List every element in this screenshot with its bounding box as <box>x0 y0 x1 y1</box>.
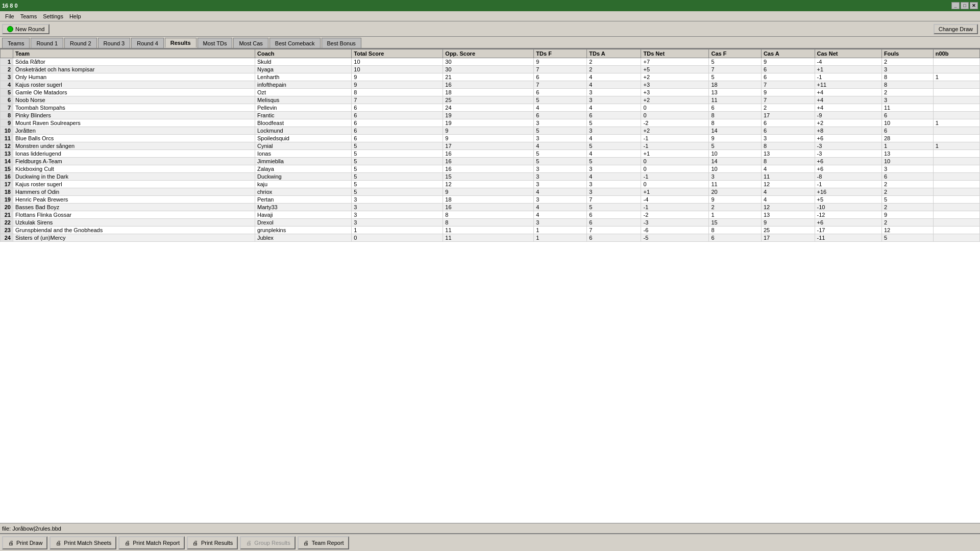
tab-round3[interactable]: Round 3 <box>98 38 131 48</box>
col-tdsnet[interactable]: TDs Net <box>641 49 709 58</box>
table-row[interactable]: 13Ionas lidderiugendIonas51654+11013-313 <box>1 150 980 158</box>
print-match-report-button[interactable]: 🖨 Print Match Report <box>118 536 185 549</box>
table-row[interactable]: 21Flottans Flinka GossarHavaji3846-2113-… <box>1 211 980 219</box>
table-row[interactable]: 19Henric Peak BrewersPertan31837-494+55 <box>1 196 980 204</box>
table-cell: Joråtten <box>13 127 255 135</box>
tab-bestcomeback[interactable]: Best Comeback <box>270 38 321 48</box>
table-cell: +2 <box>641 73 709 81</box>
menu-settings[interactable]: Settings <box>40 13 66 20</box>
table-cell: -4 <box>815 58 881 66</box>
print-results-button[interactable]: 🖨 Print Results <box>187 536 238 549</box>
table-cell: 0 <box>641 104 709 112</box>
table-cell: 6 <box>709 104 761 112</box>
table-row[interactable]: 14Fieldburgs A-TeamJimmieblla516550148+6… <box>1 158 980 165</box>
table-cell: +5 <box>815 196 881 204</box>
col-coach[interactable]: Coach <box>255 49 351 58</box>
col-oppscore[interactable]: Opp. Score <box>443 49 534 58</box>
table-cell: 5 <box>534 158 587 165</box>
table-cell: +2 <box>815 119 881 127</box>
menu-teams[interactable]: Teams <box>17 13 40 20</box>
col-casnet[interactable]: Cas Net <box>815 49 881 58</box>
table-row[interactable]: 8Pinky BlindersFrantic619660817-96 <box>1 112 980 119</box>
table-cell: 4 <box>761 188 815 196</box>
table-row[interactable]: 16Duckwing in the DarkDuckwing51534-1311… <box>1 173 980 181</box>
table-cell: 4 <box>534 188 587 196</box>
table-cell: Henric Peak Brewers <box>13 196 255 204</box>
col-tdsf[interactable]: TDs F <box>534 49 587 58</box>
table-cell: 9 <box>534 58 587 66</box>
table-cell: Jublex <box>255 234 351 242</box>
tab-mosttds[interactable]: Most TDs <box>198 38 233 48</box>
table-cell: 5 <box>1 89 13 96</box>
print-draw-button[interactable]: 🖨 Print Draw <box>2 536 47 549</box>
table-cell: 17 <box>1 181 13 188</box>
table-row[interactable]: 23Grunspbiendal and the Gnobheadsgrunple… <box>1 227 980 234</box>
table-row[interactable]: 24Sisters of (un)MercyJublex01116-5617-1… <box>1 234 980 242</box>
table-cell: 3 <box>534 165 587 173</box>
tab-bestbonus[interactable]: Best Bonus <box>322 38 361 48</box>
table-cell: 11 <box>1 135 13 142</box>
table-cell: 14 <box>1 158 13 165</box>
table-cell: 0 <box>641 158 709 165</box>
menu-help[interactable]: Help <box>66 13 84 20</box>
tab-results[interactable]: Results <box>165 38 197 48</box>
table-cell: 6 <box>761 73 815 81</box>
table-cell: 3 <box>587 165 641 173</box>
change-draw-button[interactable]: Change Draw <box>934 24 978 34</box>
col-team[interactable]: Team <box>13 49 255 58</box>
col-casf[interactable]: Cas F <box>709 49 761 58</box>
table-row[interactable]: 22Uzkulak SirensDrexol3836-3159+62 <box>1 219 980 227</box>
tab-mostcas[interactable]: Most Cas <box>233 38 268 48</box>
tab-round2[interactable]: Round 2 <box>64 38 97 48</box>
tab-teams[interactable]: Teams <box>2 38 30 48</box>
minimize-button[interactable]: _ <box>951 2 960 9</box>
menu-file[interactable]: File <box>2 13 17 20</box>
col-fouls[interactable]: Fouls <box>881 49 933 58</box>
table-cell: +2 <box>641 127 709 135</box>
table-row[interactable]: 15Kickboxing CultZalaya516330104+63 <box>1 165 980 173</box>
table-cell: +2 <box>641 96 709 104</box>
table-cell: -1 <box>641 173 709 181</box>
table-row[interactable]: 7Toombah StompahsPellevin62444062+411 <box>1 104 980 112</box>
col-totalscore[interactable]: Total Score <box>352 49 443 58</box>
print-match-sheets-button[interactable]: 🖨 Print Match Sheets <box>50 536 116 549</box>
table-row[interactable]: 18Hammers of Odinchriox5943+1204+162 <box>1 188 980 196</box>
table-cell: Melisqus <box>255 96 351 104</box>
table-row[interactable]: 2Önsketrädet och hans kompisarNyaga10307… <box>1 66 980 73</box>
table-cell: 8 <box>443 211 534 219</box>
table-cell: 2 <box>587 58 641 66</box>
tab-round4[interactable]: Round 4 <box>131 38 164 48</box>
maximize-button[interactable]: □ <box>961 2 969 9</box>
col-tdsa[interactable]: TDs A <box>587 49 641 58</box>
table-row[interactable]: 20Basses Bad BoyzMarty3331645-1212-102 <box>1 204 980 211</box>
col-casa[interactable]: Cas A <box>761 49 815 58</box>
table-cell: 7 <box>587 196 641 204</box>
table-row[interactable]: 11Blue Balls OrcsSpoiledsquid6934-193+62… <box>1 135 980 142</box>
table-cell: 1 <box>352 227 443 234</box>
col-n00b[interactable]: n00b <box>933 49 979 58</box>
team-report-button[interactable]: 🖨 Team Report <box>298 536 349 549</box>
table-row[interactable]: 5Gamle Ole MatadorsOzt81863+3139+42 <box>1 89 980 96</box>
title-bar-controls[interactable]: _ □ ✕ <box>951 2 978 9</box>
table-row[interactable]: 17Kajus roster sugerlkaju5123301112-12 <box>1 181 980 188</box>
table-cell: 9 <box>443 188 534 196</box>
table-row[interactable]: 3Only HumanLenharth92164+256-181 <box>1 73 980 81</box>
table-row[interactable]: 6Noob NorseMelisqus72553+2117+43 <box>1 96 980 104</box>
table-cell: 5 <box>881 234 933 242</box>
table-cell: 9 <box>881 211 933 219</box>
table-cell: -5 <box>641 234 709 242</box>
table-row[interactable]: 9Mount Raven SoulreapersBloodfeast61935-… <box>1 119 980 127</box>
table-row[interactable]: 1Söda RåftorSkuld103092+759-42 <box>1 58 980 66</box>
status-bar: file: Joråbow|2rules.bbd <box>0 523 980 533</box>
table-row[interactable]: 10JoråttenLockmund6953+2146+86 <box>1 127 980 135</box>
table-row[interactable]: 4Kajus roster sugerlinfofthepain91674+31… <box>1 81 980 89</box>
table-cell: 5 <box>534 127 587 135</box>
table-row[interactable]: 12Monstren under sångenCynial51745-158-3… <box>1 142 980 150</box>
group-results-button[interactable]: 🖨 Group Results <box>240 536 295 549</box>
print-match-sheets-icon: 🖨 <box>55 539 62 546</box>
new-round-button[interactable]: New Round <box>2 24 50 34</box>
table-cell: +1 <box>641 188 709 196</box>
close-button[interactable]: ✕ <box>970 2 978 9</box>
tab-round1[interactable]: Round 1 <box>31 38 63 48</box>
table-cell <box>933 135 979 142</box>
